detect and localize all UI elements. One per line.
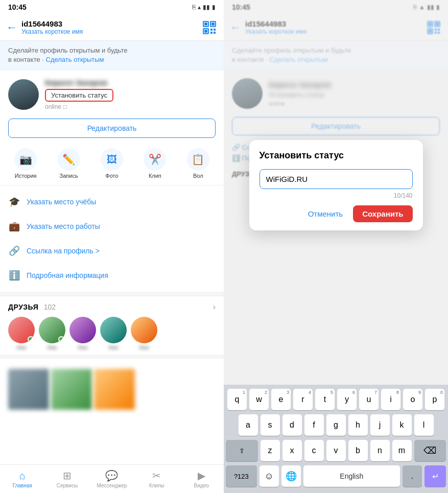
friend-item-4[interactable]: Имя: [100, 317, 127, 350]
post-label: Запись: [60, 173, 78, 179]
key-j[interactable]: j: [370, 414, 390, 436]
key-s[interactable]: s: [261, 414, 280, 436]
key-n[interactable]: n: [370, 440, 390, 461]
key-v[interactable]: v: [326, 440, 346, 461]
key-t[interactable]: 5t: [315, 389, 335, 410]
shift-key[interactable]: ⇧: [226, 440, 258, 461]
make-open-link[interactable]: Сделать открытым: [46, 56, 104, 63]
friend-name-1: Имя: [8, 345, 35, 350]
set-short-name[interactable]: Указать короткое имя: [21, 28, 201, 35]
friend-avatar-2: [39, 317, 65, 343]
clip-label: Клип: [149, 173, 161, 179]
key-u[interactable]: 7u: [359, 389, 379, 410]
photo-thumb-3: [94, 369, 135, 410]
clips-icon: ✂: [152, 469, 161, 482]
save-button[interactable]: Сохранить: [353, 205, 412, 222]
banner-text2: в контакте ·: [8, 56, 46, 63]
online-indicator: □: [63, 103, 67, 110]
key-x[interactable]: x: [282, 440, 302, 461]
globe-key[interactable]: 🌐: [281, 465, 301, 487]
right-panel: 10:45 ⎘ ▲ ▮▮ ▮ ← id15644983 Указать коро…: [224, 0, 448, 493]
delete-key[interactable]: ⌫: [414, 440, 446, 461]
menu-study[interactable]: 🎓 Указать место учёбы: [0, 190, 224, 214]
emoji-key[interactable]: ☺: [260, 465, 279, 487]
friend-item-3[interactable]: Имя: [69, 317, 96, 350]
banner-text: Сделайте профиль открытым и будьте: [8, 46, 127, 54]
period-key[interactable]: .: [403, 465, 422, 487]
cancel-button[interactable]: Отменить: [302, 206, 349, 221]
left-time: 10:45: [8, 3, 27, 11]
key-h[interactable]: h: [348, 414, 368, 436]
left-status-bar: 10:45 ⎘ ▴ ▮▮ ▮: [0, 0, 224, 14]
friends-count: 102: [44, 303, 56, 311]
num-key[interactable]: ?123: [226, 465, 257, 487]
work-text: Указать место работы: [27, 222, 100, 230]
menu-work[interactable]: 💼 Указать место работы: [0, 214, 224, 239]
edit-button[interactable]: Редактировать: [8, 119, 216, 138]
key-o[interactable]: 9o: [403, 389, 422, 410]
key-c[interactable]: c: [304, 440, 324, 461]
key-e[interactable]: 3e: [271, 389, 291, 410]
action-post[interactable]: ✏️ Запись: [58, 148, 80, 179]
key-w[interactable]: 2w: [249, 389, 269, 410]
key-z[interactable]: z: [261, 440, 280, 461]
nav-clips[interactable]: ✂ Клипы: [134, 465, 179, 493]
keyboard: 1q 2w 3e 4r 5t 6y 7u 8i 9o 0p a s d f g …: [224, 385, 448, 493]
back-button[interactable]: ←: [6, 21, 17, 34]
key-a[interactable]: a: [239, 414, 258, 436]
photos-section: [0, 359, 224, 416]
dialog-box: Установить статус 10/140 Отменить Сохран…: [249, 140, 423, 230]
action-vol[interactable]: 📋 Вол: [187, 148, 209, 179]
return-key[interactable]: ↵: [425, 465, 446, 487]
action-story[interactable]: 📷 История: [14, 148, 37, 179]
link-icon: 🔗: [8, 245, 20, 257]
space-key[interactable]: English: [303, 465, 400, 487]
friend-item-1[interactable]: Имя: [8, 317, 35, 350]
friends-arrow-icon[interactable]: ›: [213, 302, 216, 312]
services-label: Сервисы: [57, 483, 78, 488]
key-b[interactable]: b: [348, 440, 368, 461]
key-q[interactable]: 1q: [227, 389, 247, 410]
photo-label: Фото: [105, 173, 118, 179]
friend-avatar-4: [100, 317, 127, 343]
action-photo[interactable]: 🖼 Фото: [101, 148, 123, 179]
nav-messenger[interactable]: 💬 Мессенджер: [89, 465, 134, 493]
key-r[interactable]: 4r: [293, 389, 313, 410]
key-i[interactable]: 8i: [381, 389, 400, 410]
nav-services[interactable]: ⊞ Сервисы: [45, 465, 90, 493]
photo-icon: 🖼: [101, 148, 123, 171]
nav-home[interactable]: ⌂ Главная: [0, 465, 45, 493]
online-text: online: [45, 103, 61, 110]
menu-info[interactable]: ℹ️ Подробная информация: [0, 263, 224, 288]
nav-video[interactable]: ▶ Видео: [179, 465, 224, 493]
key-k[interactable]: k: [392, 414, 412, 436]
photos-grid: [8, 369, 216, 410]
post-icon: ✏️: [58, 148, 80, 171]
video-label: Видео: [194, 483, 209, 488]
messenger-icon: 💬: [105, 469, 118, 482]
menu-link[interactable]: 🔗 Ссылка на профиль >: [0, 239, 224, 263]
svg-rect-1: [204, 22, 207, 26]
key-l[interactable]: l: [414, 414, 434, 436]
key-p[interactable]: 0p: [425, 389, 444, 410]
qr-button[interactable]: [201, 19, 218, 36]
key-y[interactable]: 6y: [337, 389, 357, 410]
story-label: История: [15, 173, 37, 179]
left-panel: 10:45 ⎘ ▴ ▮▮ ▮ ← id15644983 Указать коро…: [0, 0, 224, 493]
key-g[interactable]: g: [326, 414, 346, 436]
friend-item-5[interactable]: Имя: [131, 317, 157, 350]
work-icon: 💼: [8, 220, 20, 232]
status-input[interactable]: [260, 169, 413, 189]
friend-name-4: Имя: [100, 345, 127, 350]
keyboard-row-4: ?123 ☺ 🌐 English . ↵: [226, 465, 446, 487]
key-d[interactable]: d: [282, 414, 302, 436]
key-m[interactable]: m: [392, 440, 412, 461]
svg-rect-8: [210, 32, 213, 34]
home-icon: ⌂: [19, 470, 26, 482]
action-clip[interactable]: ✂️ Клип: [144, 148, 166, 179]
action-row: 📷 История ✏️ Запись 🖼 Фото ✂️ Клип 📋 Вол: [0, 144, 224, 185]
friend-item-2[interactable]: Имя: [39, 317, 65, 350]
left-scroll-content: Кирилл Захаров Установить статус online …: [0, 70, 224, 493]
key-f[interactable]: f: [304, 414, 324, 436]
set-status-button[interactable]: Установить статус: [45, 89, 113, 102]
